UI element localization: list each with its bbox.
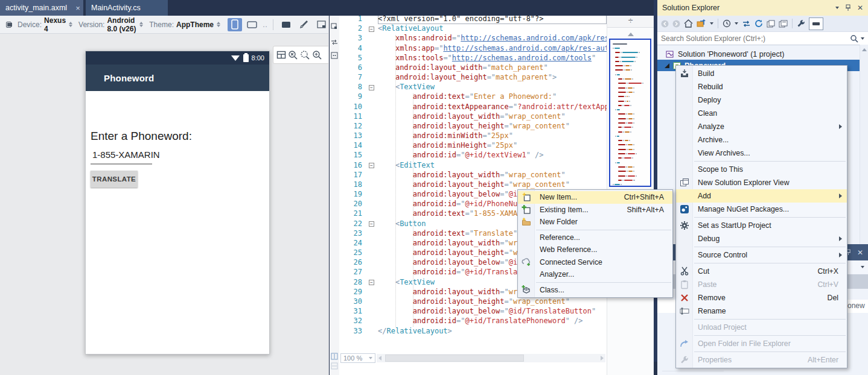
zoom-in-icon[interactable] (312, 50, 322, 60)
menu-item-new-folder[interactable]: New Folder (518, 216, 672, 228)
theme-spinner[interactable] (217, 22, 220, 27)
menu-item-existing-item[interactable]: Existing Item...Shift+Alt+A (518, 204, 672, 216)
code-line[interactable]: android:layout_below="@id/TranslateButto… (378, 307, 607, 317)
menu-item-new-item[interactable]: New Item...Ctrl+Shift+A (518, 191, 672, 204)
menu-item-cut[interactable]: CutCtrl+X (676, 265, 847, 278)
menu-item-reference[interactable]: Reference... (518, 232, 672, 244)
fold-collapse-box[interactable]: − (369, 85, 374, 90)
menu-item-add[interactable]: Add (676, 189, 847, 203)
source-view-icon[interactable] (331, 52, 338, 59)
horizontal-split-arrows-icon[interactable] (331, 39, 338, 46)
menu-item-web-reference[interactable]: Web Reference... (518, 244, 672, 256)
code-line[interactable]: <EditText (378, 161, 607, 171)
menu-item-source-control[interactable]: Source Control (676, 248, 847, 262)
menu-item-scope-to-this[interactable]: Scope to This (676, 163, 847, 176)
window-position-menu-icon[interactable] (835, 7, 839, 9)
overflow-dots-icon[interactable]: ‥ (263, 20, 267, 29)
code-line[interactable]: xmlns:tools="http://schemas.android.com/… (378, 54, 607, 63)
code-line[interactable]: <?xml version="1.0" encoding="utf-8"?> (378, 16, 607, 24)
scrollbar-thumb[interactable] (385, 355, 524, 362)
search-input[interactable] (661, 34, 850, 43)
menu-item-debug[interactable]: Debug (676, 232, 847, 245)
pin-icon[interactable] (845, 4, 851, 11)
menu-item-build[interactable]: Build (676, 67, 847, 80)
swap-panes-icon[interactable] (331, 23, 338, 30)
solution-explorer-title-bar[interactable]: Solution Explorer ✕ (657, 0, 868, 16)
menu-item-rebuild[interactable]: Rebuild (676, 80, 847, 93)
device-selector[interactable]: Nexus 4 (44, 16, 66, 33)
menu-item-rename[interactable]: Rename (676, 304, 847, 318)
menu-item-open-folder-in-file-explorer[interactable]: Open Folder in File Explorer (676, 337, 847, 350)
show-all-files-wrench-icon[interactable] (797, 19, 805, 28)
properties-window-icon[interactable] (767, 20, 775, 28)
landscape-orientation-button[interactable] (245, 18, 260, 31)
code-line[interactable]: xmlns:app="http://schemas.android.com/ap… (378, 44, 607, 54)
chevron-down-icon[interactable] (710, 22, 713, 25)
menu-item-analyze[interactable]: Analyze (676, 120, 847, 133)
menu-item-unload-project[interactable]: Unload Project (676, 321, 847, 334)
phone-number-edittext[interactable]: 1-855-XAMARIN (92, 150, 160, 160)
code-folding-column[interactable]: −−−−− (367, 16, 378, 336)
fold-collapse-box[interactable]: − (369, 163, 374, 168)
scroll-up-arrow[interactable] (862, 48, 867, 51)
solution-node[interactable]: Solution 'Phoneword' (1 project) (657, 48, 868, 60)
close-icon[interactable]: × (75, 4, 80, 12)
menu-item-archive[interactable]: Archive... (676, 133, 847, 147)
code-line[interactable]: android:layout_height="match_parent"> (378, 73, 607, 83)
code-line[interactable]: android:layout_width="match_parent" (378, 63, 607, 73)
menu-item-analyzer[interactable]: Analyzer... (518, 268, 672, 281)
theme-selector[interactable]: AppTheme (176, 20, 214, 29)
sync-with-active-document-icon[interactable] (742, 20, 751, 28)
menu-item-manage-nuget-packages[interactable]: Manage NuGet Packages... (676, 203, 847, 216)
scroll-right-arrow[interactable] (601, 356, 604, 361)
portrait-orientation-button[interactable] (228, 18, 242, 31)
chevron-down-icon[interactable] (861, 37, 864, 40)
menu-item-clean[interactable]: Clean (676, 107, 847, 120)
menu-item-properties[interactable]: PropertiesAlt+Enter (676, 353, 847, 367)
version-selector[interactable]: Android 8.0 (v26) (107, 16, 136, 33)
code-line[interactable]: android:id="@+id/textView1" /> (378, 151, 607, 160)
menu-item-class[interactable]: Class... (518, 284, 672, 297)
vertical-split-toggle-icon[interactable] (331, 353, 338, 360)
horizontal-scrollbar[interactable] (377, 354, 605, 362)
forward-icon[interactable] (672, 20, 680, 28)
menu-item-paste[interactable]: PasteCtrl+V (676, 278, 847, 291)
fold-collapse-box[interactable]: − (369, 221, 374, 227)
layout-grid-icon[interactable] (276, 50, 286, 60)
editor-zoom-dropdown[interactable]: 100 % (340, 353, 375, 363)
display-mode-button[interactable] (279, 18, 293, 31)
expander-icon[interactable] (665, 63, 669, 68)
preview-toggle-button[interactable] (809, 17, 823, 30)
menu-item-set-as-startup-project[interactable]: Set as StartUp Project (676, 219, 847, 232)
alternate-layout-icon[interactable] (314, 18, 328, 31)
code-line[interactable]: android:text="Enter a Phoneword:" (378, 92, 607, 102)
code-line[interactable]: xmlns:android="http://schemas.android.co… (378, 34, 607, 43)
pending-changes-filter-icon[interactable] (723, 19, 731, 28)
theme-editor-brush-icon[interactable] (296, 18, 311, 31)
code-line[interactable]: android:layout_height="wrap_content" (378, 297, 607, 307)
collapse-all-icon[interactable] (697, 19, 706, 28)
translate-button[interactable]: TRANSLATE (91, 171, 138, 188)
code-line[interactable]: android:layout_height="wrap_content" (378, 180, 607, 190)
menu-item-remove[interactable]: RemoveDel (676, 291, 847, 304)
horizontal-split-toggle-icon[interactable] (331, 362, 338, 370)
preview-selected-items-icon[interactable] (779, 20, 788, 28)
code-line[interactable]: </RelativeLayout> (378, 327, 607, 336)
back-icon[interactable] (661, 20, 669, 28)
code-line[interactable]: <TextView (378, 83, 607, 92)
menu-item-new-solution-explorer-view[interactable]: New Solution Explorer View (676, 176, 847, 189)
code-line[interactable]: <RelativeLayout (378, 24, 607, 34)
editor-split-handle[interactable]: ÷ (607, 16, 654, 28)
scroll-left-arrow[interactable] (378, 356, 381, 361)
code-line[interactable]: android:minHeight="25px" (378, 141, 607, 151)
fold-collapse-box[interactable]: − (369, 27, 374, 32)
close-icon[interactable]: ✕ (857, 4, 863, 12)
refresh-icon[interactable] (755, 19, 763, 28)
menu-item-deploy[interactable]: Deploy (676, 93, 847, 107)
close-icon[interactable]: ✕ (857, 248, 863, 257)
chevron-down-icon[interactable] (735, 22, 738, 25)
code-line[interactable]: android:layout_height="wrap_content" (378, 122, 607, 131)
zoom-fit-icon[interactable] (300, 50, 310, 60)
code-line[interactable]: android:layout_width="wrap_content" (378, 171, 607, 180)
device-spinner[interactable] (69, 22, 72, 27)
